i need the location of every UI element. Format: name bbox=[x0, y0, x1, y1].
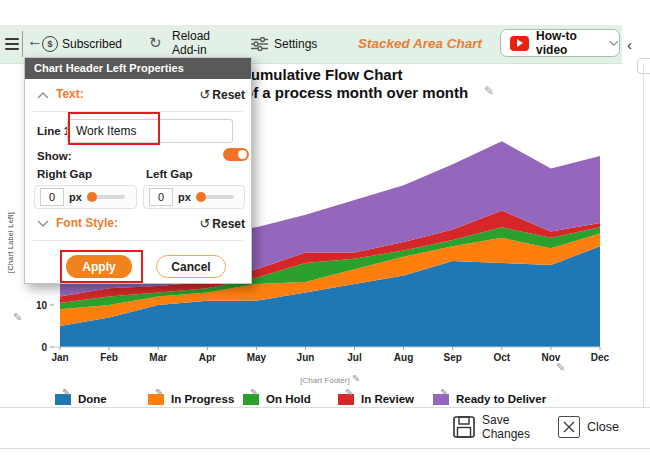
howto-video-button[interactable]: How-to video bbox=[500, 29, 620, 57]
settings-button[interactable]: Settings bbox=[274, 37, 317, 51]
svg-text:Jan: Jan bbox=[51, 352, 68, 363]
back-arrow-icon[interactable]: ← bbox=[27, 32, 43, 50]
legend-label: In Progress bbox=[171, 393, 234, 405]
legend-label: Done bbox=[78, 393, 107, 405]
legend-label: In Review bbox=[361, 393, 414, 405]
undo-icon: ↺ bbox=[199, 216, 210, 231]
chevron-down-icon bbox=[609, 40, 619, 47]
legend-item-on-hold: ✎ On Hold bbox=[243, 393, 311, 405]
svg-text:Feb: Feb bbox=[100, 352, 118, 363]
svg-text:0: 0 bbox=[41, 342, 47, 353]
edit-series-pencil-icon[interactable]: ✎ bbox=[250, 388, 258, 398]
right-gap-group: 0 px bbox=[34, 185, 137, 209]
text-section-label: Text: bbox=[56, 87, 84, 101]
legend-item-done: ✎ Done bbox=[55, 393, 107, 405]
legend-swatch-ready-to-deliver[interactable]: ✎ bbox=[433, 394, 449, 405]
font-reset-button[interactable]: ↺Reset bbox=[199, 216, 245, 231]
bottom-bar: SaveChanges Close bbox=[0, 407, 650, 449]
chart-left-label[interactable]: [Chart Label Left] bbox=[7, 212, 14, 273]
chart-title: Cumulative Flow Chart bbox=[240, 66, 403, 83]
legend-label: On Hold bbox=[266, 393, 311, 405]
toggle-knob bbox=[238, 150, 247, 159]
svg-text:Oct: Oct bbox=[493, 352, 510, 363]
toolbar-divider bbox=[22, 31, 23, 57]
svg-text:Dec: Dec bbox=[591, 352, 610, 363]
chart-footer-placeholder[interactable]: [Chart Footer] bbox=[240, 376, 410, 385]
app-title: Stacked Area Chart bbox=[358, 36, 482, 51]
show-toggle[interactable] bbox=[223, 148, 249, 161]
subscription-dollar-icon: $ bbox=[42, 36, 58, 52]
reload-icon: ↻ bbox=[149, 34, 162, 52]
reload-addin-button[interactable]: ReloadAdd-in bbox=[172, 29, 210, 57]
legend-item-ready-to-deliver: ✎ Ready to Deliver bbox=[433, 393, 546, 405]
left-gap-label: Left Gap bbox=[146, 168, 193, 180]
settings-sliders-icon bbox=[251, 37, 268, 51]
left-gap-unit: px bbox=[178, 191, 191, 203]
save-changes-button[interactable]: SaveChanges bbox=[452, 413, 530, 441]
right-gap-label: Right Gap bbox=[37, 168, 92, 180]
expand-section-chevron-down-icon[interactable] bbox=[37, 220, 49, 227]
left-gap-input[interactable]: 0 bbox=[149, 188, 173, 206]
legend-label: Ready to Deliver bbox=[456, 393, 546, 405]
legend-swatch-on-hold[interactable]: ✎ bbox=[243, 394, 259, 405]
svg-text:Mar: Mar bbox=[149, 352, 167, 363]
undo-icon: ↺ bbox=[199, 87, 210, 102]
slider-thumb[interactable] bbox=[87, 192, 97, 202]
svg-text:Jun: Jun bbox=[297, 352, 315, 363]
close-x-icon bbox=[558, 416, 580, 438]
panel-title: Chart Header Left Properties bbox=[25, 58, 251, 79]
left-gap-slider[interactable] bbox=[196, 195, 234, 199]
divider bbox=[33, 240, 243, 241]
right-gap-input[interactable]: 0 bbox=[40, 188, 64, 206]
legend-item-in-review: ✎ In Review bbox=[338, 393, 414, 405]
svg-text:10: 10 bbox=[36, 300, 48, 311]
youtube-icon bbox=[510, 36, 529, 51]
show-label: Show: bbox=[37, 150, 72, 162]
divider bbox=[33, 111, 243, 112]
right-gap-unit: px bbox=[69, 191, 82, 203]
save-floppy-icon bbox=[452, 415, 476, 439]
edit-footer-pencil-icon[interactable]: ✎ bbox=[352, 374, 360, 384]
edit-series-pencil-icon[interactable]: ✎ bbox=[62, 388, 70, 398]
edit-series-pencil-icon[interactable]: ✎ bbox=[440, 388, 448, 398]
svg-text:Jul: Jul bbox=[347, 352, 362, 363]
svg-text:Aug: Aug bbox=[394, 352, 413, 363]
legend-item-in-progress: ✎ In Progress bbox=[148, 393, 234, 405]
subscribed-button[interactable]: Subscribed bbox=[62, 37, 122, 51]
menu-icon[interactable] bbox=[5, 35, 19, 53]
legend-swatch-done[interactable]: ✎ bbox=[55, 394, 71, 405]
edit-series-pencil-icon[interactable]: ✎ bbox=[155, 388, 163, 398]
font-style-section-label: Font Style: bbox=[56, 216, 118, 230]
edit-title-pencil-icon[interactable]: ✎ bbox=[484, 85, 494, 97]
right-gutter-divider bbox=[643, 63, 644, 407]
svg-text:Apr: Apr bbox=[199, 352, 216, 363]
chart-subtitle: of a process month over month bbox=[244, 84, 468, 101]
apply-button[interactable]: Apply bbox=[66, 255, 132, 278]
edit-series-pencil-icon[interactable]: ✎ bbox=[345, 388, 353, 398]
slider-thumb[interactable] bbox=[196, 192, 206, 202]
app-window: JanFebMarAprMayJunJulAugSepOctNovDec0102… bbox=[0, 0, 650, 470]
left-gap-group: 0 px bbox=[143, 185, 245, 209]
edit-xaxis-pencil-icon[interactable]: ✎ bbox=[556, 362, 565, 373]
legend-swatch-in-progress[interactable]: ✎ bbox=[148, 394, 164, 405]
close-button[interactable]: Close bbox=[558, 416, 619, 438]
legend-swatch-in-review[interactable]: ✎ bbox=[338, 394, 354, 405]
collapse-panel-chevron[interactable]: ‹ bbox=[627, 36, 632, 53]
chart-header-left-properties-panel: Chart Header Left Properties Text: ↺Rese… bbox=[24, 57, 252, 284]
svg-text:May: May bbox=[247, 352, 267, 363]
edit-left-label-pencil-icon[interactable]: ✎ bbox=[13, 312, 22, 323]
svg-text:Sep: Sep bbox=[444, 352, 462, 363]
text-reset-button[interactable]: ↺Reset bbox=[199, 87, 245, 102]
collapse-section-chevron-up-icon[interactable] bbox=[37, 92, 49, 99]
cancel-button[interactable]: Cancel bbox=[156, 255, 226, 278]
line1-input[interactable] bbox=[67, 119, 233, 143]
right-gap-slider[interactable] bbox=[87, 195, 125, 199]
